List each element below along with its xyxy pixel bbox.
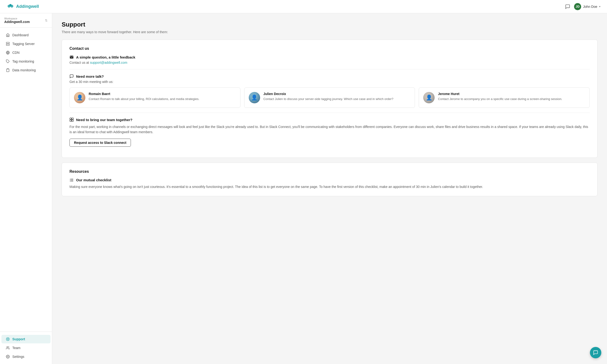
checklist-desc: Making sure everyone knows what's going …: [69, 184, 590, 189]
sidebar-item-tag-monitoring[interactable]: Tag monitoring: [1, 57, 51, 66]
slack-heading: Need to bring our team together?: [69, 117, 590, 122]
slack-icon: [69, 117, 74, 122]
svg-rect-20: [72, 118, 74, 120]
svg-line-13: [7, 338, 7, 339]
meeting-heading: Need more talk?: [69, 74, 590, 78]
meeting-section: Need more talk? Get a 30 min meeting wit…: [69, 74, 590, 108]
meeting-subheading: Get a 30 min meeting with us:: [69, 80, 590, 84]
meeting-name-romain: Romain Baert: [89, 92, 199, 96]
email-heading-text: A simple question, a little feedback: [76, 55, 135, 59]
svg-point-18: [7, 356, 8, 357]
checklist-heading: Our mutual checklist: [69, 178, 590, 182]
svg-rect-19: [70, 118, 72, 120]
svg-line-14: [8, 339, 9, 340]
meeting-info-jerome: Jerome Huret Contact Jerome to accompany…: [438, 92, 562, 102]
svg-point-12: [7, 338, 8, 339]
email-section-heading: A simple question, a little feedback: [69, 55, 590, 59]
meeting-card-julien[interactable]: 👤 Julien Decroix Contact Julien to discu…: [244, 88, 415, 108]
svg-point-2: [9, 4, 12, 6]
sidebar: Workspace Addingwell.com ⇅ Dashboard Tag…: [0, 13, 52, 364]
layout: Workspace Addingwell.com ⇅ Dashboard Tag…: [0, 13, 607, 364]
home-icon: [6, 33, 10, 37]
sidebar-item-tagging-server-label: Tagging Server: [12, 42, 35, 46]
envelope-icon: [69, 55, 74, 59]
svg-line-15: [8, 338, 9, 339]
chat-icon-button[interactable]: [565, 4, 570, 9]
page-title: Support: [62, 21, 597, 28]
svg-line-16: [7, 339, 7, 340]
sidebar-item-settings[interactable]: Settings: [1, 352, 51, 361]
sidebar-bottom: Support Team Settings: [0, 332, 52, 364]
sidebar-item-tagging-server[interactable]: Tagging Server: [1, 39, 51, 48]
meeting-info-julien: Julien Decroix Contact Julien to discuss…: [264, 92, 393, 102]
meeting-card-romain[interactable]: 👤 Romain Baert Contact Romain to talk ab…: [69, 88, 240, 108]
avatar-julien: 👤: [249, 92, 260, 103]
svg-rect-10: [7, 68, 8, 69]
sidebar-item-dashboard[interactable]: Dashboard: [1, 31, 51, 39]
divider-2: [69, 113, 590, 113]
meeting-info-romain: Romain Baert Contact Romain to talk abou…: [89, 92, 199, 102]
svg-rect-4: [6, 44, 9, 45]
topbar: Addingwell JD John Doe ▾: [0, 0, 607, 13]
checklist-heading-text: Our mutual checklist: [76, 178, 111, 182]
sidebar-item-team[interactable]: Team: [1, 344, 51, 352]
user-avatar: JD: [574, 3, 581, 10]
svg-rect-21: [70, 120, 72, 122]
clipboard-icon: [6, 68, 10, 72]
sidebar-item-support[interactable]: Support: [1, 335, 51, 343]
slack-desc-text: For the most part, working in channels o…: [69, 124, 590, 135]
email-link[interactable]: support@addingwell.com: [90, 61, 127, 65]
meeting-name-julien: Julien Decroix: [264, 92, 393, 96]
logo-icon: [7, 3, 14, 11]
workspace-label: Workspace: [4, 17, 30, 20]
avatar-jerome-face: 👤: [426, 94, 432, 101]
sidebar-item-team-label: Team: [12, 346, 20, 350]
divider-1: [69, 69, 590, 69]
globe-icon: [6, 51, 10, 55]
workspace-chevron-icon: ⇅: [45, 18, 48, 22]
topbar-right: JD John Doe ▾: [565, 3, 600, 10]
meeting-desc-julien: Contact Julien to discuss your server-si…: [264, 97, 393, 102]
sidebar-item-data-monitoring-label: Data monitoring: [12, 68, 36, 72]
avatar-romain: 👤: [74, 92, 85, 103]
email-prefix-text: Contact us at: [69, 61, 90, 65]
logo-text: Addingwell: [16, 4, 39, 9]
checklist-icon: [69, 178, 74, 182]
chat-bubble-button[interactable]: [590, 347, 601, 358]
meeting-heading-text: Need more talk?: [76, 74, 104, 78]
user-chevron-icon: ▾: [599, 5, 600, 8]
avatar-julien-face: 👤: [251, 94, 258, 101]
nav-bottom-list: Support Team Settings: [0, 334, 52, 362]
sidebar-item-support-label: Support: [12, 337, 25, 341]
user-name: John Doe: [583, 5, 597, 9]
slack-heading-text: Need to bring our team together?: [76, 118, 132, 122]
logo[interactable]: Addingwell: [7, 3, 39, 11]
server-icon: [6, 42, 10, 46]
message-icon: [565, 4, 570, 9]
meeting-name-jerome: Jerome Huret: [438, 92, 562, 96]
svg-rect-3: [6, 42, 9, 43]
meeting-desc-jerome: Contact Jerome to accompany you on a spe…: [438, 97, 562, 102]
svg-rect-22: [72, 120, 74, 122]
workspace-name: Addingwell.com: [4, 20, 30, 24]
page-subtitle: There are many ways to move forward toge…: [62, 30, 597, 34]
workspace-switcher[interactable]: Workspace Addingwell.com ⇅: [0, 13, 52, 28]
svg-point-17: [7, 347, 8, 348]
meeting-cards: 👤 Romain Baert Contact Romain to talk ab…: [69, 88, 590, 108]
meeting-card-jerome[interactable]: 👤 Jerome Huret Contact Jerome to accompa…: [419, 88, 590, 108]
meeting-desc-romain: Contact Romain to talk about your billin…: [89, 97, 199, 102]
slack-section: Need to bring our team together? For the…: [69, 117, 590, 147]
user-badge[interactable]: JD John Doe ▾: [574, 3, 600, 10]
nav-main-list: Dashboard Tagging Server CDN Tag monitor…: [0, 28, 52, 332]
sidebar-item-tag-monitoring-label: Tag monitoring: [12, 60, 34, 63]
avatar-romain-face: 👤: [77, 94, 83, 101]
contact-card-title: Contact us: [69, 46, 590, 51]
sidebar-item-cdn-label: CDN: [12, 51, 19, 54]
tag-icon: [6, 59, 10, 64]
slack-connect-button[interactable]: Request access to Slack connect: [69, 139, 131, 147]
email-body: Contact us at support@addingwell.com: [69, 61, 590, 65]
users-icon: [6, 346, 10, 350]
sidebar-item-data-monitoring[interactable]: Data monitoring: [1, 66, 51, 74]
avatar-jerome: 👤: [423, 92, 435, 103]
sidebar-item-cdn[interactable]: CDN: [1, 48, 51, 57]
